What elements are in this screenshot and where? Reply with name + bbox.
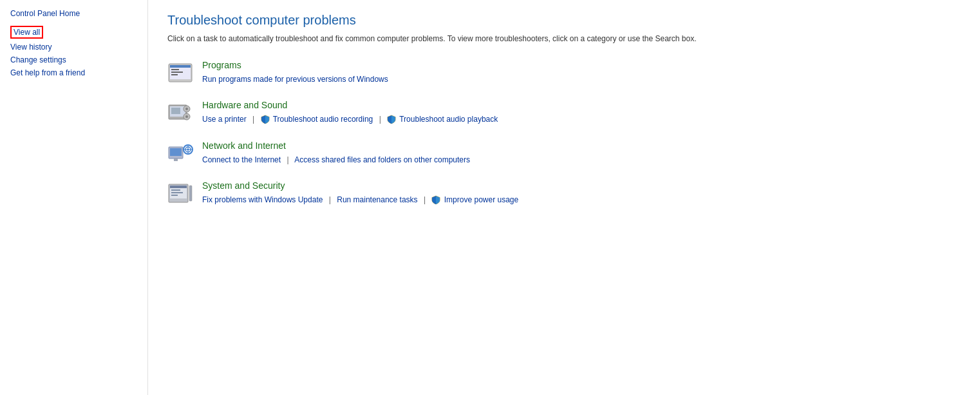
network-internet-links: Connect to the Internet | Access shared …	[202, 153, 961, 166]
network-internet-info: Network and Internet Connect to the Inte…	[202, 140, 961, 166]
svg-rect-25	[171, 189, 180, 191]
programs-title-link[interactable]: Programs	[202, 60, 961, 70]
svg-rect-2	[170, 65, 191, 68]
run-maintenance-link[interactable]: Run maintenance tasks	[337, 195, 417, 204]
svg-rect-27	[171, 195, 178, 196]
svg-rect-3	[171, 69, 179, 70]
hardware-sound-info: Hardware and Sound Use a printer | Troub…	[202, 100, 961, 126]
sidebar-change-settings-link[interactable]: Change settings	[10, 55, 137, 64]
sidebar-view-history-link[interactable]: View history	[10, 43, 137, 52]
troubleshoot-audio-recording-link[interactable]: Troubleshoot audio recording	[273, 115, 373, 124]
use-printer-link[interactable]: Use a printer	[202, 115, 247, 124]
svg-point-10	[185, 108, 188, 110]
svg-point-11	[185, 115, 188, 118]
separator-2: |	[379, 115, 381, 124]
svg-rect-26	[171, 192, 183, 193]
hardware-sound-icon	[167, 100, 193, 126]
system-security-links: Fix problems with Windows Update | Run m…	[202, 193, 961, 206]
category-programs: Programs Run programs made for previous …	[167, 60, 961, 86]
svg-rect-14	[170, 148, 182, 156]
connect-internet-link[interactable]: Connect to the Internet	[202, 155, 281, 164]
access-shared-link[interactable]: Access shared files and folders on other…	[294, 155, 470, 164]
separator-1: |	[252, 115, 254, 124]
svg-rect-24	[189, 186, 192, 201]
system-security-info: System and Security Fix problems with Wi…	[202, 180, 961, 206]
separator-4: |	[329, 195, 331, 204]
shield-icon-recording	[261, 115, 270, 124]
separator-5: |	[424, 195, 426, 204]
network-internet-title-link[interactable]: Network and Internet	[202, 140, 961, 151]
page-title: Troubleshoot computer problems	[167, 13, 961, 28]
category-hardware-sound: Hardware and Sound Use a printer | Troub…	[167, 100, 961, 126]
fix-windows-update-link[interactable]: Fix problems with Windows Update	[202, 195, 323, 204]
hardware-sound-title-link[interactable]: Hardware and Sound	[202, 100, 961, 110]
improve-power-link[interactable]: Improve power usage	[444, 195, 518, 204]
svg-rect-23	[170, 186, 187, 188]
network-internet-icon	[167, 140, 193, 166]
sidebar-view-all-link[interactable]: View all	[10, 26, 43, 39]
system-security-icon	[167, 180, 193, 206]
svg-rect-5	[171, 74, 178, 75]
svg-rect-4	[171, 72, 183, 73]
sidebar-get-help-link[interactable]: Get help from a friend	[10, 68, 137, 77]
programs-links: Run programs made for previous versions …	[202, 73, 961, 86]
category-network-internet: Network and Internet Connect to the Inte…	[167, 140, 961, 166]
shield-icon-playback	[387, 115, 396, 124]
sidebar: Control Panel Home View all View history…	[0, 0, 148, 395]
programs-info: Programs Run programs made for previous …	[202, 60, 961, 86]
svg-rect-12	[171, 108, 180, 114]
troubleshoot-audio-playback-link[interactable]: Troubleshoot audio playback	[399, 115, 498, 124]
run-programs-link[interactable]: Run programs made for previous versions …	[202, 75, 388, 84]
sidebar-control-panel-home[interactable]: Control Panel Home	[10, 9, 137, 18]
page-description: Click on a task to automatically trouble…	[167, 33, 961, 44]
hardware-sound-links: Use a printer | Troubleshoot audio recor…	[202, 113, 961, 126]
category-system-security: System and Security Fix problems with Wi…	[167, 180, 961, 206]
svg-rect-15	[174, 159, 178, 161]
programs-icon	[167, 60, 193, 86]
separator-3: |	[287, 155, 288, 164]
system-security-title-link[interactable]: System and Security	[202, 180, 961, 191]
main-content: Troubleshoot computer problems Click on …	[148, 0, 980, 395]
shield-icon-power	[431, 195, 440, 204]
